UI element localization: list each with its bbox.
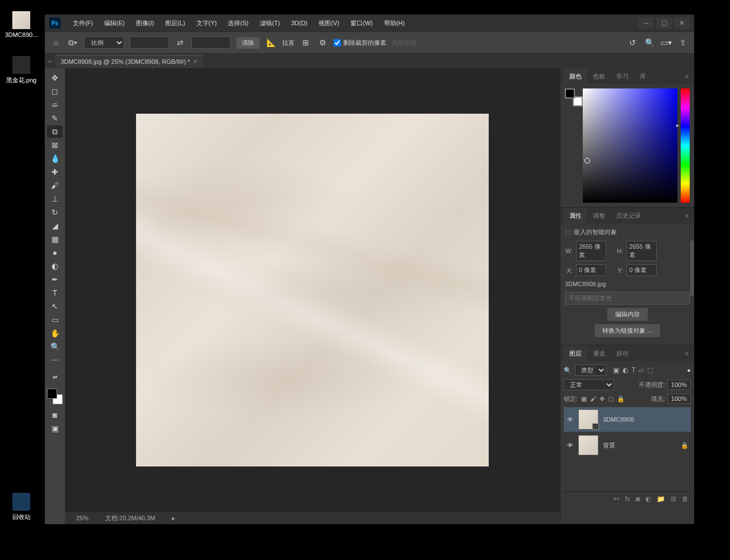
filter-toggle-icon[interactable]: ●	[687, 367, 691, 374]
color-fgbg-swatch[interactable]	[565, 88, 579, 103]
brush-tool[interactable]: 🖌	[47, 179, 63, 192]
menu-help[interactable]: 帮助(H)	[378, 15, 410, 31]
lock-pixels-icon[interactable]: 🖌	[590, 395, 596, 402]
crop-tool[interactable]: ⧉	[47, 125, 63, 138]
menu-file[interactable]: 文件(F)	[67, 15, 99, 31]
search-icon[interactable]: 🔍	[644, 37, 655, 48]
home-icon[interactable]: ⌂	[50, 37, 62, 48]
ratio-select[interactable]: 比例	[84, 36, 124, 49]
healing-tool[interactable]: ✚	[47, 166, 63, 178]
new-layer-icon[interactable]: ⊞	[671, 495, 676, 503]
tab-paths[interactable]: 路径	[611, 346, 634, 361]
color-field[interactable]	[583, 88, 677, 203]
convert-linked-button[interactable]: 转换为链接对象 ...	[595, 324, 660, 337]
foreground-color[interactable]	[47, 389, 57, 399]
blend-mode-select[interactable]: 正常	[564, 379, 614, 390]
dodge-tool[interactable]: ◐	[47, 260, 63, 272]
layer-mask-icon[interactable]: ◙	[636, 495, 640, 503]
menu-filter[interactable]: 滤镜(T)	[254, 15, 286, 31]
filter-kind-select[interactable]: 类型	[575, 365, 606, 376]
lock-icon[interactable]: 🔒	[681, 442, 689, 449]
eyedropper-tool[interactable]: 💧	[47, 152, 63, 165]
tab-swatches[interactable]: 色板	[587, 68, 611, 84]
eraser-tool[interactable]: ◢	[47, 220, 63, 232]
delete-layer-icon[interactable]: 🗑	[682, 495, 689, 503]
pen-tool[interactable]: ✒	[47, 273, 63, 286]
lock-transparent-icon[interactable]: ▦	[581, 395, 587, 403]
close-button[interactable]: ✕	[674, 17, 690, 29]
visibility-toggle-icon[interactable]: 👁	[566, 442, 574, 449]
tab-adjustments[interactable]: 调整	[587, 208, 611, 223]
status-arrow-icon[interactable]: ▸	[172, 515, 175, 522]
share-icon[interactable]: ⇧	[677, 37, 689, 48]
fill-input[interactable]: 100%	[667, 394, 691, 404]
document-tab[interactable]: 3DMC8908.jpg @ 25% (3DMC8908, RGB/8#) * …	[55, 55, 203, 68]
filter-type-icon[interactable]: T	[631, 366, 635, 374]
menu-layer[interactable]: 图层(L)	[160, 15, 190, 31]
tab-layers[interactable]: 图层	[564, 346, 587, 361]
group-icon[interactable]: 📁	[657, 495, 665, 503]
zoom-level[interactable]: 25%	[76, 515, 88, 521]
width-value[interactable]: 2655 像素	[576, 241, 606, 261]
lasso-tool[interactable]: ⌯	[47, 99, 63, 111]
recycle-bin[interactable]: 回收站	[4, 493, 38, 521]
history-brush-tool[interactable]: ↻	[47, 206, 63, 218]
layer-row[interactable]: 👁 背景 🔒	[564, 433, 691, 458]
layer-thumbnail[interactable]: ⬚	[578, 409, 598, 430]
edit-contents-button[interactable]: 编辑内容	[607, 308, 648, 321]
layer-name[interactable]: 3DMC8908	[603, 416, 634, 423]
maximize-button[interactable]: ▢	[656, 17, 672, 29]
frame-tool[interactable]: ⊠	[47, 139, 63, 151]
link-layers-icon[interactable]: ⚯	[614, 495, 619, 503]
tab-library[interactable]: 库	[634, 68, 652, 84]
workspace-icon[interactable]: ▭▾	[661, 37, 672, 48]
filter-shape-icon[interactable]: ▱	[639, 366, 644, 374]
layer-comp-select[interactable]: 不应用图层复合	[565, 292, 690, 305]
crop-tool-icon[interactable]: ⧉▾	[67, 37, 78, 48]
color-swatch[interactable]	[47, 389, 63, 404]
blur-tool[interactable]: ●	[47, 246, 63, 259]
layer-fx-icon[interactable]: fx	[625, 495, 630, 503]
document-canvas[interactable]	[136, 114, 489, 466]
swap-dimensions-icon[interactable]: ⇄	[175, 37, 186, 48]
menu-3d[interactable]: 3D(D)	[286, 15, 313, 31]
crop-height-input[interactable]	[191, 36, 231, 49]
lock-artboard-icon[interactable]: ▢	[608, 395, 614, 403]
layer-thumbnail[interactable]	[578, 435, 598, 455]
filter-pixel-icon[interactable]: ▣	[613, 366, 619, 374]
doc-size[interactable]: 文档:20.2M/40.3M	[105, 514, 155, 522]
panel-menu-icon[interactable]: ≡	[683, 73, 691, 80]
settings-gear-icon[interactable]: ⚙	[317, 37, 328, 48]
layer-name[interactable]: 背景	[603, 441, 615, 450]
tab-close-icon[interactable]: ×	[193, 58, 197, 66]
menu-window[interactable]: 窗口(W)	[345, 15, 378, 31]
panel-menu-icon[interactable]: ≡	[683, 350, 691, 357]
swap-colors-icon[interactable]: ⇄	[47, 371, 63, 383]
edit-toolbar[interactable]: ⋯	[47, 354, 63, 366]
tab-color[interactable]: 颜色	[564, 68, 587, 84]
type-tool[interactable]: T	[47, 287, 63, 299]
menu-view[interactable]: 视图(V)	[313, 15, 345, 31]
menu-edit[interactable]: 编辑(E)	[99, 15, 130, 31]
menu-image[interactable]: 图像(I)	[130, 15, 160, 31]
clear-button[interactable]: 清除	[236, 37, 260, 49]
menu-type[interactable]: 文字(Y)	[191, 15, 223, 31]
y-value[interactable]: 0 像素	[626, 264, 657, 276]
collapse-arrow-icon[interactable]: «	[48, 58, 52, 64]
layer-row[interactable]: 👁 ⬚ 3DMC8908	[564, 407, 691, 432]
desktop-file-2[interactable]: 黑金花.png	[4, 56, 38, 85]
x-value[interactable]: 0 像素	[576, 264, 606, 276]
reset-icon[interactable]: ↺	[627, 37, 638, 48]
height-value[interactable]: 2655 像素	[626, 241, 657, 261]
filter-adjust-icon[interactable]: ◐	[623, 366, 628, 374]
screenmode-tool[interactable]: ▣	[47, 422, 63, 435]
tab-history[interactable]: 历史记录	[611, 208, 647, 223]
menu-select[interactable]: 选择(S)	[222, 15, 254, 31]
scrollbar[interactable]	[690, 240, 694, 345]
stamp-tool[interactable]: ⊥	[47, 193, 63, 205]
canvas-viewport[interactable]	[65, 68, 560, 512]
tab-learn[interactable]: 学习	[611, 68, 634, 84]
lock-all-icon[interactable]: 🔒	[617, 395, 625, 403]
visibility-toggle-icon[interactable]: 👁	[566, 416, 574, 423]
marquee-tool[interactable]: ◻	[47, 85, 63, 97]
